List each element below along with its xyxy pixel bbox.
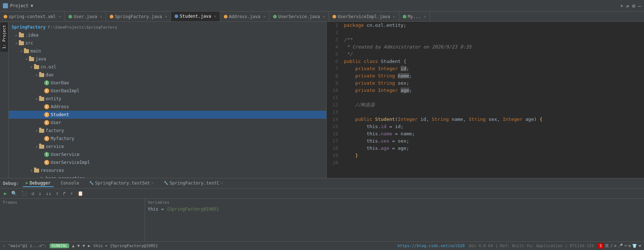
code-content[interactable]: package cn.ozl.entity; /** * Created by …	[341, 22, 644, 178]
tab-spring-context[interactable]: spring-context.xml✕	[0, 12, 65, 22]
settings-icon[interactable]: ⚙	[632, 3, 635, 9]
nav-down-btn[interactable]: ▼	[77, 243, 80, 248]
trace-btn[interactable]: 📋	[76, 190, 84, 197]
console-tab[interactable]: Console	[58, 180, 82, 187]
debugger-btn[interactable]: 🔍	[10, 190, 18, 197]
run-to-cursor-btn[interactable]: ↱	[62, 190, 67, 197]
tab-close-userserviceimpl-java[interactable]: ✕	[393, 14, 395, 18]
tab-userserviceimpl-java[interactable]: UserServiceImpl.java✕	[329, 12, 399, 22]
tab-close-user-java[interactable]: ✕	[100, 14, 102, 18]
tree-item-bean-properties[interactable]: ⬡bean.properties	[9, 174, 326, 178]
code-line-4[interactable]: * Created by Administrator on 2020/9/23 …	[344, 43, 641, 51]
tab-close-userservice-java[interactable]: ✕	[323, 14, 325, 18]
minimize-icon[interactable]: –	[638, 3, 641, 9]
tab-address-java[interactable]: Address.java✕	[220, 12, 269, 22]
code-line-6[interactable]: public class Student {	[344, 58, 641, 65]
folder-arrow-entity[interactable]: ▾	[34, 97, 39, 101]
tray-shirt[interactable]: 👕	[632, 243, 637, 248]
tab-my-tab[interactable]: My...✕	[399, 12, 430, 22]
add-icon[interactable]: +	[620, 3, 623, 9]
folder-arrow-service[interactable]: ▾	[34, 145, 39, 149]
folder-arrow--idea[interactable]: ▸	[14, 33, 19, 37]
tree-item-userdaoimpl[interactable]: CUserDaoImpl	[9, 87, 326, 95]
tree-item-resources[interactable]: ▾resources	[9, 166, 326, 174]
tray-music[interactable]: ♪	[610, 243, 613, 248]
tree-item-java[interactable]: ▾java	[9, 55, 326, 63]
tab-springfactory-java[interactable]: SpringFactory.java✕	[106, 12, 171, 22]
debug-session-1[interactable]: 🔧 SpringFactory.testSet ✕	[86, 180, 156, 187]
code-line-18[interactable]: this.age = age;	[344, 145, 641, 152]
filter-btn[interactable]: ▼	[83, 243, 85, 248]
code-line-11[interactable]	[344, 94, 641, 101]
tree-item-userdao[interactable]: IUserDao	[9, 79, 326, 87]
code-line-13[interactable]	[344, 109, 641, 116]
tree-item-user[interactable]: CUser	[9, 119, 326, 127]
step-out-btn[interactable]: ↑	[55, 190, 60, 197]
tab-userservice-java[interactable]: UserService.java✕	[269, 12, 329, 22]
code-line-5[interactable]: */	[344, 51, 641, 58]
debugger-tab[interactable]: ▶ Debugger	[23, 180, 53, 187]
folder-arrow-factory[interactable]: ▾	[34, 129, 39, 133]
tray-settings[interactable]: ⚙	[628, 243, 631, 248]
code-line-14[interactable]: public Student(Integer id, String name, …	[344, 116, 641, 123]
layout-icon[interactable]: ⇌	[626, 3, 629, 9]
tab-close-student-java[interactable]: ✕	[214, 14, 216, 18]
next-btn[interactable]: ▶	[88, 243, 91, 248]
project-dropdown-icon[interactable]: ▼	[31, 3, 33, 8]
code-line-15[interactable]: this.id = id;	[344, 123, 641, 130]
tree-item-cn-ozl[interactable]: ▾cn.ozl	[9, 63, 326, 71]
tree-item-userservice[interactable]: IUserService	[9, 151, 326, 158]
tab-close-my-tab[interactable]: ✕	[424, 14, 426, 18]
tree-item-entity[interactable]: ▾entity	[9, 95, 326, 103]
code-line-3[interactable]: /**	[344, 36, 641, 43]
tree-item-service[interactable]: ▾service	[9, 143, 326, 151]
tree-item-main[interactable]: ▾main	[9, 47, 326, 55]
tab-close-springfactory-java[interactable]: ✕	[165, 14, 167, 18]
tray-heart[interactable]: ❤	[639, 243, 641, 248]
code-line-17[interactable]: this.sex = sex;	[344, 137, 641, 145]
nav-up-btn[interactable]: ▲	[72, 243, 75, 248]
debug-session-2[interactable]: 🔧 SpringFactory.testC ✕	[161, 180, 226, 187]
tree-item-userserviceimpl[interactable]: CUserServiceImpl	[9, 158, 326, 166]
step-over-btn[interactable]: ↓	[38, 190, 43, 197]
tree-item-myfactory[interactable]: CMyfactory	[9, 135, 326, 143]
rerun-btn[interactable]: ↺	[30, 190, 35, 197]
folder-arrow-resources[interactable]: ▾	[29, 169, 34, 173]
tree-item-src[interactable]: ▾src	[9, 39, 326, 47]
code-line-2[interactable]	[344, 29, 641, 36]
step-into-btn[interactable]: ↓↓	[45, 190, 53, 197]
code-line-19[interactable]: }	[344, 152, 641, 159]
code-line-16[interactable]: this.name = name;	[344, 130, 641, 137]
tab-close-spring-context[interactable]: ✕	[59, 14, 61, 18]
tree-item-dao[interactable]: ▾dao	[9, 71, 326, 79]
folder-arrow-cn-ozl[interactable]: ▾	[29, 65, 34, 69]
blog-url[interactable]: https://blog.csdn.net/ozl520	[397, 243, 464, 248]
code-line-7[interactable]: private Integer id;	[344, 65, 641, 72]
project-sidebar-tab[interactable]: 1: Project	[0, 22, 8, 52]
tray-lang[interactable]: S	[598, 243, 603, 249]
folder-arrow-main[interactable]: ▾	[19, 49, 24, 53]
tree-item--idea[interactable]: ▸.idea	[9, 31, 326, 39]
tab-close-address-java[interactable]: ✕	[263, 14, 265, 18]
resume-btn[interactable]: ▶	[3, 190, 8, 197]
code-line-1[interactable]: package cn.ozl.entity;	[344, 22, 641, 29]
code-line-10[interactable]: private Integer age;	[344, 87, 641, 94]
tab-user-java[interactable]: User.java✕	[65, 12, 106, 22]
tree-item-address[interactable]: CAddress	[9, 103, 326, 111]
folder-arrow-src[interactable]: ▾	[14, 41, 19, 45]
tray-mic[interactable]: 🎤	[618, 243, 623, 248]
tab-student-java[interactable]: Student.java✕	[171, 12, 220, 22]
folder-arrow-java[interactable]: ▾	[24, 57, 29, 61]
code-line-9[interactable]: private String sex;	[344, 80, 641, 87]
tree-item-student[interactable]: CStudent	[9, 111, 326, 119]
code-line-12[interactable]: //构造器	[344, 101, 641, 109]
tray-ime[interactable]: 英	[605, 243, 609, 249]
console-toolbar-btn[interactable]: ⬛	[20, 190, 28, 197]
code-line-8[interactable]: private String name;	[344, 72, 641, 80]
evaluate-btn[interactable]: ⚡	[69, 190, 74, 197]
folder-arrow-dao[interactable]: ▾	[34, 73, 39, 77]
tray-search[interactable]: ⊙	[614, 243, 617, 248]
tree-item-factory[interactable]: ▾factory	[9, 127, 326, 135]
code-line-20[interactable]	[344, 159, 641, 166]
tray-keyboard[interactable]: ⌨	[624, 243, 627, 248]
